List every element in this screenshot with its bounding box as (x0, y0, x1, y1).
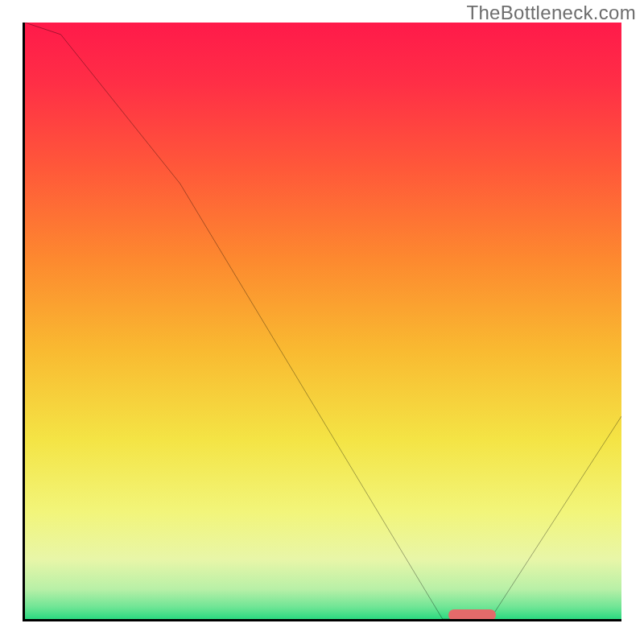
optimal-range-marker (448, 609, 496, 621)
watermark-text: TheBottleneck.com (466, 2, 636, 24)
plot-area (23, 23, 621, 621)
bottleneck-curve (25, 23, 621, 619)
chart-container: TheBottleneck.com (0, 0, 644, 644)
